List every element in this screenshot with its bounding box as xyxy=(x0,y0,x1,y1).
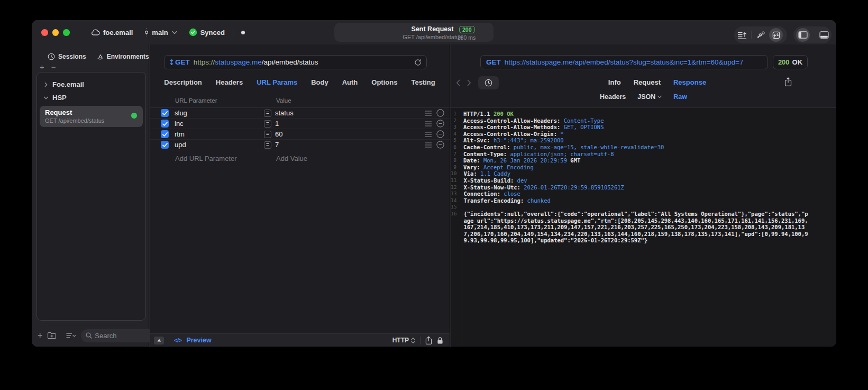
zoom-button[interactable] xyxy=(63,29,70,36)
tab-testing[interactable]: Testing xyxy=(411,78,435,86)
request-method[interactable]: GET xyxy=(175,58,190,66)
sync-status: Synced xyxy=(200,29,225,37)
tab-options[interactable]: Options xyxy=(371,78,397,86)
export-response-icon[interactable] xyxy=(784,77,792,86)
project-name[interactable]: foe.email xyxy=(103,29,133,37)
remove-param-icon[interactable] xyxy=(436,120,444,128)
param-value-field[interactable]: 60 xyxy=(275,130,282,138)
tree-item-foe-email[interactable]: Foe.email xyxy=(37,78,145,91)
sidebar-tabs: Sessions Environments xyxy=(48,53,149,60)
minimize-button[interactable] xyxy=(52,29,59,36)
param-checkbox[interactable] xyxy=(161,130,169,138)
toggle-bottom-panel-icon[interactable] xyxy=(819,31,829,39)
request-subtitle: GET /api/embed/status xyxy=(45,117,138,124)
add-item-button[interactable]: + xyxy=(40,64,44,71)
share-icon[interactable] xyxy=(425,336,432,344)
param-row: rtm = 60 xyxy=(150,129,450,140)
subtab-headers[interactable]: Headers xyxy=(600,93,626,101)
param-value-field[interactable]: 1 xyxy=(275,120,279,128)
back-icon[interactable] xyxy=(456,79,460,86)
flows-icon[interactable] xyxy=(755,31,765,39)
tab-auth[interactable]: Auth xyxy=(342,78,358,86)
chevron-down-icon xyxy=(43,96,49,99)
lock-icon[interactable] xyxy=(437,337,443,344)
sort-list-icon[interactable] xyxy=(66,332,76,339)
response-line xyxy=(459,204,810,211)
response-line: Transfer-Encoding: chunked xyxy=(459,197,810,204)
param-checkbox[interactable] xyxy=(161,120,169,128)
request-url-bar[interactable]: GET https://statuspage.me/api/embed/stat… xyxy=(164,55,427,69)
sent-request-pill[interactable]: Sent Request GET /api/embed/status 200 2… xyxy=(334,23,494,42)
reorder-handle-icon[interactable] xyxy=(425,121,432,126)
line-number: 10 xyxy=(451,170,459,177)
chevron-right-icon xyxy=(43,82,49,87)
select-chevrons-icon xyxy=(411,338,415,343)
add-param-field[interactable]: Add URL Parameter xyxy=(175,155,276,162)
remove-param-icon[interactable] xyxy=(436,130,444,138)
param-checkbox[interactable] xyxy=(161,141,169,149)
param-row: slug = status xyxy=(150,108,450,119)
new-folder-icon[interactable] xyxy=(47,332,57,339)
reorder-handle-icon[interactable] xyxy=(425,132,432,137)
add-value-field[interactable]: Add Value xyxy=(276,155,307,162)
subtab-json[interactable]: JSON xyxy=(637,93,662,101)
import-export-icon[interactable] xyxy=(769,28,783,42)
tab-response[interactable]: Response xyxy=(673,78,706,86)
tab-url-params[interactable]: URL Params xyxy=(257,78,297,86)
method-selector-icon[interactable] xyxy=(169,59,174,66)
line-number: 2 xyxy=(451,117,459,124)
param-value-field[interactable]: 7 xyxy=(275,141,279,149)
param-checkbox[interactable] xyxy=(161,109,169,117)
protocol-selector[interactable]: HTTP xyxy=(392,337,415,344)
close-button[interactable] xyxy=(41,29,48,36)
request-pane-footer: </> Preview HTTP xyxy=(150,333,450,347)
url-scheme: https:// xyxy=(194,58,215,66)
response-line: X-Status-Build: dev xyxy=(459,177,810,184)
param-value-field[interactable]: status xyxy=(275,109,294,117)
chevron-down-icon xyxy=(657,95,662,98)
column-header-parameter: URL Parameter xyxy=(175,97,276,104)
app-window: foe.email main Synced Sent Request GET /… xyxy=(32,20,836,347)
equals-icon: = xyxy=(264,141,271,149)
remove-param-icon[interactable] xyxy=(436,141,444,149)
equals-icon: = xyxy=(264,131,271,138)
tab-headers[interactable]: Headers xyxy=(216,78,243,86)
footer-divider xyxy=(169,337,169,344)
request-list-item-selected[interactable]: Request GET /api/embed/status xyxy=(40,106,143,127)
tab-sessions[interactable]: Sessions xyxy=(48,53,86,60)
response-line: HTTP/1.1 200 OK xyxy=(459,111,810,117)
line-number: 16 xyxy=(451,211,459,244)
response-url-bar[interactable]: GET https://statuspage.me/api/embed/stat… xyxy=(480,55,768,69)
tab-request[interactable]: Request xyxy=(634,78,661,86)
remove-param-icon[interactable] xyxy=(436,109,444,117)
response-raw-view[interactable]: 1HTTP/1.1 200 OK 2Access-Control-Allow-H… xyxy=(451,107,836,347)
session-dot[interactable] xyxy=(241,31,245,34)
param-name-field[interactable]: slug xyxy=(175,109,264,117)
reorder-handle-icon[interactable] xyxy=(425,142,432,148)
toggle-sidebar-icon[interactable] xyxy=(796,28,810,42)
expand-panel-icon[interactable] xyxy=(154,337,164,344)
param-name-field[interactable]: rtm xyxy=(175,130,264,138)
branch-name[interactable]: main xyxy=(152,29,168,37)
tab-environments-label: Environments xyxy=(107,53,149,60)
response-line: {"incidents":null,"overall":{"code":"ope… xyxy=(459,211,810,244)
new-request-button[interactable]: + xyxy=(38,331,42,340)
line-number: 11 xyxy=(451,177,459,184)
sort-requests-icon[interactable] xyxy=(737,31,747,40)
cloud-icon xyxy=(91,29,100,35)
tab-environments[interactable]: Environments xyxy=(96,53,149,60)
sidebar-footer: + xyxy=(38,329,145,342)
tab-body[interactable]: Body xyxy=(311,78,328,86)
tab-description[interactable]: Description xyxy=(164,78,202,86)
param-name-field[interactable]: inc xyxy=(175,120,264,128)
chevron-down-icon[interactable] xyxy=(172,31,177,34)
request-tabs: Description Headers URL Params Body Auth… xyxy=(150,78,450,86)
remove-item-button[interactable]: − xyxy=(51,64,56,71)
resend-request-icon[interactable] xyxy=(414,59,422,66)
reorder-handle-icon[interactable] xyxy=(425,111,432,116)
preview-button[interactable]: Preview xyxy=(186,337,211,344)
param-name-field[interactable]: upd xyxy=(175,141,264,149)
tab-info[interactable]: Info xyxy=(608,78,621,86)
subtab-raw[interactable]: Raw xyxy=(673,93,687,101)
tree-item-hsp[interactable]: HSP xyxy=(37,91,145,104)
